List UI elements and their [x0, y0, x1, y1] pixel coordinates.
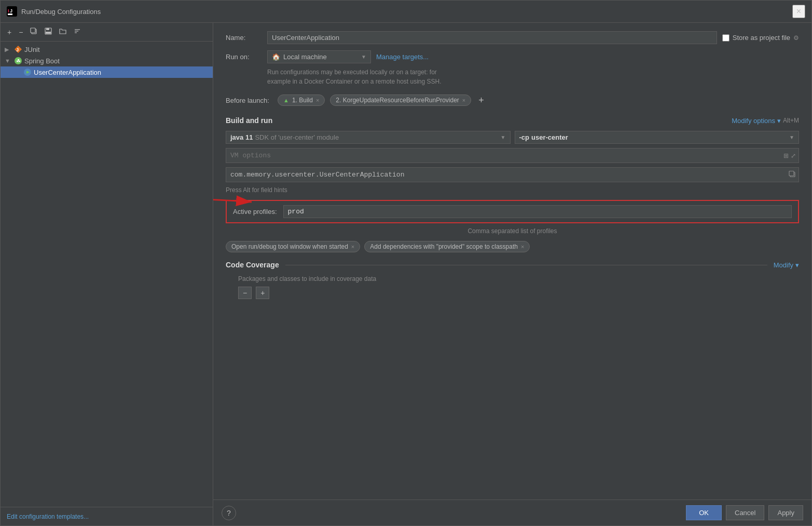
- copy-config-button[interactable]: [27, 26, 40, 38]
- remove-coverage-button[interactable]: −: [238, 287, 252, 299]
- code-coverage-section: Code Coverage Modify ▾ Packages and clas…: [226, 261, 799, 320]
- dropdown-arrow-icon: ▼: [361, 54, 366, 60]
- action-buttons: OK Cancel Apply: [686, 505, 803, 520]
- field-hint-row: Press Alt for field hints: [226, 186, 799, 198]
- app-logo-icon: I J: [7, 6, 17, 17]
- main-class-input[interactable]: [226, 167, 799, 182]
- add-coverage-button[interactable]: +: [256, 287, 269, 299]
- save-config-button[interactable]: [42, 26, 54, 38]
- svg-text:J: J: [10, 8, 12, 14]
- expand-junit-icon: ▶: [5, 46, 12, 53]
- korge-tag-label: 2. KorgeUpdateResourceBeforeRunProvider: [336, 97, 459, 104]
- svg-text:I: I: [8, 8, 9, 14]
- junit-label: JUnit: [24, 46, 40, 53]
- title-bar: I J Run/Debug Configurations ×: [1, 1, 811, 23]
- coverage-actions: − +: [238, 287, 799, 299]
- modify-options-button[interactable]: Modify options ▾ Alt+M: [732, 117, 799, 125]
- store-project-file-checkbox[interactable]: [722, 34, 730, 42]
- sdk-cp-row: java 11 SDK of 'user-center' module ▼ -c…: [226, 131, 799, 144]
- dependencies-tag[interactable]: Add dependencies with "provided" scope t…: [364, 241, 530, 252]
- hint-text-content: Run configurations may be executed local…: [267, 69, 442, 85]
- build-tag[interactable]: ▲ 1. Build ×: [278, 95, 325, 106]
- remove-config-button[interactable]: −: [16, 26, 25, 38]
- cp-dropdown[interactable]: -cp user-center ▼: [515, 131, 800, 144]
- manage-targets-link[interactable]: Manage targets...: [376, 53, 429, 61]
- svg-rect-7: [46, 28, 49, 30]
- gear-icon[interactable]: ⚙: [793, 34, 799, 42]
- run-on-hint: Run configurations may be executed local…: [267, 68, 799, 86]
- sdk-dropdown-arrow-icon: ▼: [501, 134, 506, 140]
- korge-tag[interactable]: 2. KorgeUpdateResourceBeforeRunProvider …: [330, 95, 471, 106]
- main-content: + −: [1, 23, 811, 525]
- spring-boot-icon: ☘: [14, 57, 22, 65]
- close-button[interactable]: ×: [792, 5, 805, 18]
- run-on-row: Run on: 🏠 Local machine ▼ Manage targets…: [226, 50, 799, 63]
- main-class-row: [226, 167, 799, 182]
- vm-options-row: ⊞ ⤢: [226, 148, 799, 163]
- app-label: UserCenterApplication: [34, 69, 101, 76]
- main-class-copy-icon[interactable]: [789, 170, 796, 179]
- tree-item-user-center-app[interactable]: ▶ UserCenterApplication: [1, 66, 213, 78]
- right-panel: Name: Store as project file ⚙ Run on: 🏠 …: [213, 23, 811, 525]
- sdk-version-label: java 11: [230, 133, 253, 141]
- code-coverage-header: Code Coverage Modify ▾: [226, 261, 799, 269]
- coverage-packages-hint: Packages and classes to include in cover…: [238, 275, 799, 282]
- active-profiles-input[interactable]: [283, 205, 792, 218]
- cp-value-label: user-center: [531, 133, 568, 141]
- store-project-file-row: Store as project file ⚙: [722, 34, 799, 42]
- coverage-modify-button[interactable]: Modify ▾: [774, 261, 799, 269]
- junit-icon: J: [14, 45, 22, 53]
- config-tree: ▶ J JUnit ▼ ☘: [1, 42, 213, 507]
- svg-rect-8: [46, 32, 51, 34]
- build-tag-label: 1. Build: [292, 97, 313, 104]
- run-on-label: Run on:: [226, 53, 262, 61]
- build-run-section-header: Build and run Modify options ▾ Alt+M: [226, 116, 799, 125]
- add-config-button[interactable]: +: [5, 26, 14, 38]
- expand-app-icon: ▶: [5, 69, 12, 76]
- chevron-down-icon: ▾: [777, 117, 781, 125]
- dependencies-tag-label: Add dependencies with "provided" scope t…: [370, 243, 518, 250]
- dialog-title: Run/Debug Configurations: [21, 8, 792, 16]
- run-window-tag[interactable]: Open run/debug tool window when started …: [226, 241, 360, 252]
- run-window-tag-label: Open run/debug tool window when started: [231, 243, 348, 250]
- modify-options-label: Modify options: [732, 117, 775, 125]
- expand-icon[interactable]: ⊞: [783, 152, 789, 159]
- svg-rect-5: [31, 28, 35, 33]
- run-window-tag-close-icon[interactable]: ×: [351, 244, 354, 250]
- options-tags-row: Open run/debug tool window when started …: [226, 241, 799, 252]
- coverage-modify-label: Modify: [774, 261, 793, 269]
- coverage-chevron-icon: ▾: [795, 261, 799, 269]
- svg-rect-19: [789, 171, 794, 176]
- comma-hint: Comma separated list of profiles: [226, 227, 799, 235]
- apply-button[interactable]: Apply: [768, 505, 803, 520]
- folder-config-button[interactable]: [57, 26, 69, 38]
- run-on-dropdown[interactable]: 🏠 Local machine ▼: [267, 50, 371, 63]
- korge-tag-close-icon[interactable]: ×: [462, 97, 465, 103]
- ok-button[interactable]: OK: [686, 505, 722, 520]
- vm-options-input[interactable]: [226, 148, 799, 163]
- run-debug-dialog: I J Run/Debug Configurations × + −: [0, 0, 812, 526]
- dependencies-tag-close-icon[interactable]: ×: [521, 244, 524, 250]
- build-tag-close-icon[interactable]: ×: [316, 97, 319, 103]
- name-input[interactable]: [267, 31, 717, 44]
- cancel-button[interactable]: Cancel: [726, 505, 764, 520]
- tree-item-junit[interactable]: ▶ J JUnit: [1, 44, 213, 55]
- bottom-bar: ? OK Cancel Apply: [213, 500, 811, 525]
- add-before-launch-button[interactable]: +: [476, 95, 486, 106]
- help-button[interactable]: ?: [222, 506, 236, 520]
- store-project-file-label: Store as project file: [733, 34, 790, 42]
- edit-templates-link[interactable]: Edit configuration templates...: [7, 513, 89, 520]
- sidebar-footer: Edit configuration templates...: [1, 507, 213, 525]
- divider-line: [285, 265, 767, 265]
- sdk-dropdown[interactable]: java 11 SDK of 'user-center' module ▼: [226, 131, 511, 144]
- fullscreen-icon[interactable]: ⤢: [791, 152, 796, 159]
- sort-config-button[interactable]: [71, 26, 84, 38]
- tree-item-spring-boot[interactable]: ▼ ☘ Spring Boot: [1, 55, 213, 66]
- app-run-icon: [23, 68, 32, 76]
- svg-text:J: J: [16, 47, 19, 52]
- active-profiles-box: Active profiles:: [226, 200, 799, 223]
- spring-boot-label: Spring Boot: [24, 57, 60, 65]
- build-run-title: Build and run: [226, 116, 272, 125]
- modify-shortcut-label: Alt+M: [783, 117, 799, 124]
- sidebar: + −: [1, 23, 213, 525]
